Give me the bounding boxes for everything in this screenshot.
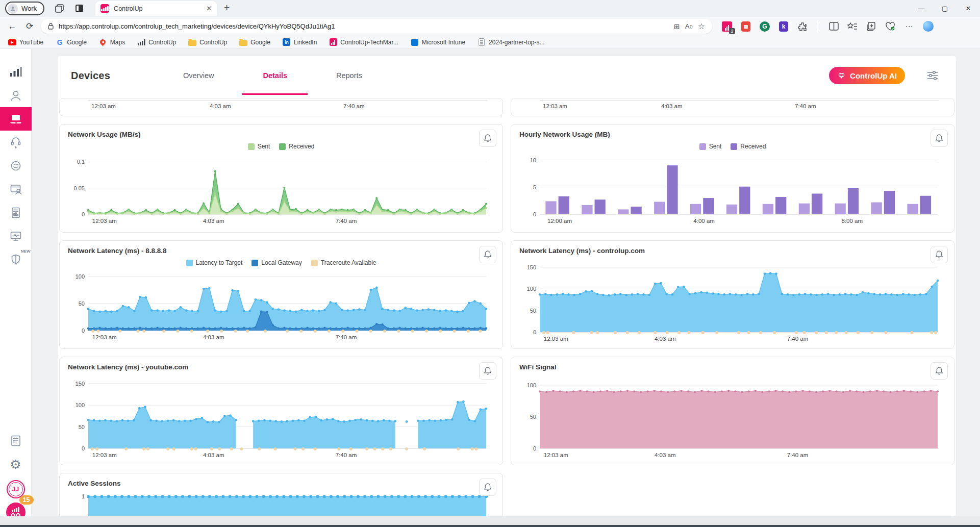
bookmark-google[interactable]: GGoogle bbox=[56, 38, 87, 46]
svg-text:0: 0 bbox=[82, 211, 85, 217]
svg-text:4:03 am: 4:03 am bbox=[203, 452, 224, 458]
bookmark-folder-google[interactable]: Google bbox=[239, 38, 270, 46]
sidebar-item-helpdesk[interactable] bbox=[0, 131, 32, 154]
google-icon: G bbox=[56, 38, 64, 46]
svg-text:7:40 am: 7:40 am bbox=[787, 452, 809, 458]
alert-bell-button[interactable] bbox=[479, 246, 496, 263]
svg-text:1: 1 bbox=[82, 493, 85, 499]
collections-icon[interactable] bbox=[866, 21, 877, 32]
sidebar-item-remote-sessions[interactable] bbox=[0, 178, 32, 201]
tab-reports[interactable]: Reports bbox=[312, 56, 387, 95]
window-close-button[interactable]: ✕ bbox=[957, 0, 980, 17]
hourly-network-usage-chart: 051012:00 am4:00 am8:00 am bbox=[519, 152, 946, 225]
alert-bell-button[interactable] bbox=[479, 362, 496, 380]
legend-item: Received bbox=[731, 143, 766, 150]
alert-bell-button[interactable] bbox=[931, 130, 948, 147]
svg-text:4:03 am: 4:03 am bbox=[203, 218, 224, 224]
address-bar[interactable]: https://app.controlup.com/controlup_tech… bbox=[41, 19, 712, 34]
extensions-puzzle-icon[interactable] bbox=[797, 21, 808, 32]
controlup-ai-button[interactable]: ControlUp AI bbox=[829, 67, 905, 84]
wifi-signal-card: WiFi Signal 05010012:03 am4:03 am7:40 am bbox=[511, 357, 954, 465]
svg-text:150: 150 bbox=[527, 264, 536, 270]
folder-icon bbox=[239, 38, 247, 46]
alert-bell-button[interactable] bbox=[479, 479, 496, 496]
tab-details[interactable]: Details bbox=[238, 56, 312, 95]
bookmark-youtube[interactable]: ▶YouTube bbox=[8, 38, 43, 46]
hourly-network-usage-card: Hourly Network Usage (MB) SentReceived 0… bbox=[511, 124, 954, 233]
split-screen-add-icon[interactable]: ⊞ bbox=[674, 22, 680, 31]
chart-title: Network Usage (MB/s) bbox=[68, 131, 494, 138]
kaltura-extension-icon[interactable]: k bbox=[778, 21, 789, 32]
sidebar-item-insights[interactable] bbox=[0, 60, 32, 84]
browser-profile-button[interactable]: Work bbox=[5, 2, 44, 15]
svg-text:50: 50 bbox=[530, 308, 536, 314]
docs-extension-icon[interactable]: ▤ bbox=[740, 21, 751, 32]
bookmark-folder-controlup[interactable]: ControlUp bbox=[188, 38, 227, 46]
folder-icon bbox=[188, 38, 196, 46]
sidebar-item-experience[interactable] bbox=[0, 154, 32, 178]
sidebar-item-security[interactable]: NEW bbox=[0, 248, 32, 271]
url-text[interactable]: https://app.controlup.com/controlup_tech… bbox=[59, 22, 669, 30]
controlup-extension-icon[interactable]: 2 bbox=[721, 21, 733, 32]
linkedin-icon: in bbox=[283, 38, 291, 46]
bookmark-microsoft-intune[interactable]: Microsoft Intune bbox=[411, 38, 465, 46]
bookmark-linkedin[interactable]: inLinkedIn bbox=[283, 38, 317, 46]
settings-more-icon[interactable]: ⋯ bbox=[903, 21, 915, 32]
bookmark-maps[interactable]: Maps bbox=[99, 38, 125, 46]
sidebar-item-release-notes[interactable] bbox=[0, 429, 32, 453]
bookmark-gartner[interactable]: 2024-gartner-top-s... bbox=[478, 38, 544, 46]
page-bottom-strip bbox=[0, 516, 980, 525]
favorite-star-icon[interactable]: ☆ bbox=[698, 21, 705, 31]
avatar-initials: JJ bbox=[9, 482, 23, 496]
favorites-list-icon[interactable] bbox=[847, 21, 858, 32]
controlup-bars-icon bbox=[137, 38, 145, 46]
svg-text:4:00 am: 4:00 am bbox=[693, 218, 715, 224]
svg-text:100: 100 bbox=[76, 273, 85, 280]
svg-text:50: 50 bbox=[530, 414, 536, 420]
bookmark-controlup-techmar[interactable]: ControlUp-TechMar... bbox=[329, 38, 398, 46]
copilot-icon[interactable] bbox=[922, 21, 934, 32]
sidebar-item-monitoring[interactable] bbox=[0, 224, 32, 248]
chart-title: Hourly Network Usage (MB) bbox=[519, 131, 946, 138]
back-icon[interactable]: ← bbox=[4, 19, 20, 34]
refresh-icon[interactable]: ⟳ bbox=[21, 19, 38, 34]
tab-overview[interactable]: Overview bbox=[159, 56, 238, 95]
alert-bell-button[interactable] bbox=[931, 362, 948, 380]
new-tab-button[interactable]: + bbox=[224, 2, 230, 13]
lock-icon bbox=[48, 23, 54, 30]
read-aloud-icon[interactable]: A)) bbox=[685, 22, 693, 30]
controlup-icon bbox=[329, 38, 337, 46]
sidebar-item-users[interactable] bbox=[0, 84, 32, 107]
page-header: Devices Overview Details Reports Control… bbox=[58, 56, 956, 95]
alert-bell-button[interactable] bbox=[479, 130, 496, 147]
vertical-tabs-icon[interactable] bbox=[74, 4, 84, 13]
tab-close-icon[interactable]: ✕ bbox=[206, 5, 212, 12]
browser-tab-controlup[interactable]: ControlUp ✕ bbox=[95, 1, 217, 16]
axis-tick: 4:03 am bbox=[210, 103, 231, 109]
view-options-icon[interactable] bbox=[926, 70, 939, 81]
window-maximize-button[interactable]: ▢ bbox=[933, 0, 957, 17]
window-minimize-button[interactable]: — bbox=[910, 0, 933, 17]
charts-area: 12:03 am 4:03 am 7:40 am 12:03 am 4:03 a… bbox=[58, 95, 956, 516]
intune-icon bbox=[411, 38, 419, 46]
chart-title: Network Latency (ms) - 8.8.8.8 bbox=[68, 247, 494, 255]
grammarly-extension-icon[interactable]: G bbox=[759, 21, 770, 32]
app-sidebar: NEW ⚙ JJ 15 bbox=[0, 49, 32, 527]
latency-controlup-chart: 05010015012:03 am4:03 am7:40 am bbox=[519, 260, 946, 343]
svg-text:0: 0 bbox=[533, 211, 536, 217]
bookmark-controlup[interactable]: ControlUp bbox=[137, 38, 176, 46]
tab-title: ControlUp bbox=[114, 5, 202, 12]
browser-essentials-icon[interactable] bbox=[885, 21, 896, 32]
alert-bell-button[interactable] bbox=[931, 246, 948, 263]
workspaces-icon[interactable] bbox=[55, 4, 64, 13]
svg-text:12:03 am: 12:03 am bbox=[92, 334, 117, 340]
maps-pin-icon bbox=[99, 38, 107, 46]
legend-item: Local Gateway bbox=[252, 259, 301, 266]
sidebar-item-reports[interactable] bbox=[0, 201, 32, 224]
svg-text:8:00 am: 8:00 am bbox=[842, 218, 863, 224]
controlup-favicon-icon bbox=[100, 4, 109, 13]
svg-text:0: 0 bbox=[82, 328, 85, 334]
sidebar-item-settings[interactable]: ⚙ bbox=[0, 453, 32, 476]
sidebar-item-devices[interactable] bbox=[0, 107, 32, 131]
split-window-icon[interactable] bbox=[828, 21, 839, 32]
